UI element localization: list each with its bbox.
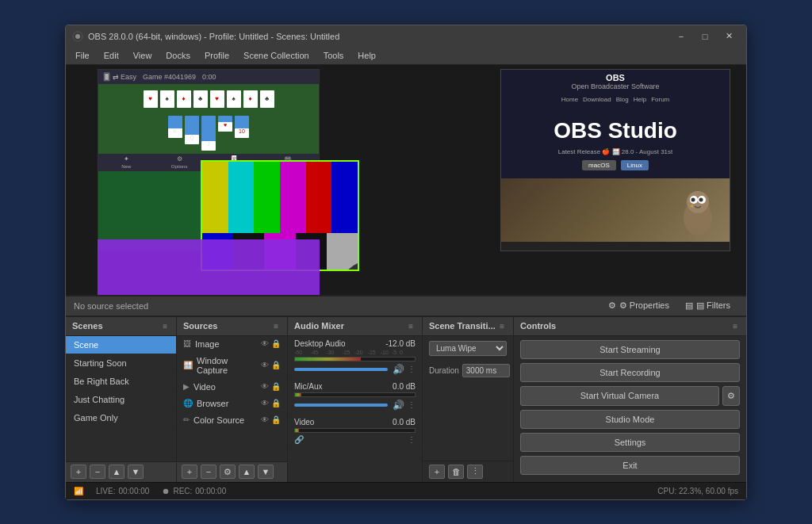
- transitions-add-button[interactable]: +: [429, 465, 445, 479]
- audio-video-meter: [294, 428, 416, 433]
- settings-button[interactable]: Settings: [520, 433, 740, 452]
- sources-up-button[interactable]: ▲: [239, 465, 255, 479]
- scenes-add-button[interactable]: +: [71, 465, 86, 479]
- virtual-camera-settings-icon[interactable]: ⚙: [722, 386, 740, 406]
- maximize-button[interactable]: □: [694, 29, 716, 44]
- obs-website-layer: OBS Open Broadcaster Software Home Downl…: [500, 69, 730, 251]
- transition-type-select[interactable]: Luma Wipe Cut Fade Swipe: [429, 341, 507, 356]
- colorbar-bottom-grey: [327, 233, 358, 269]
- nav-download: Download: [583, 96, 611, 103]
- minimize-button[interactable]: −: [670, 29, 692, 44]
- start-recording-button[interactable]: Start Recording: [520, 363, 740, 382]
- scene-item-game-only[interactable]: Game Only: [66, 409, 176, 427]
- scenes-up-button[interactable]: ▲: [109, 465, 124, 479]
- colorbar-red: [306, 162, 332, 234]
- audio-desktop-db: -12.0 dB: [385, 339, 416, 348]
- transition-duration-input[interactable]: [462, 364, 510, 377]
- menu-docks[interactable]: Docks: [159, 49, 197, 62]
- controls-config-icon[interactable]: ≡: [730, 321, 740, 331]
- menu-view[interactable]: View: [127, 49, 159, 62]
- exit-button[interactable]: Exit: [520, 456, 740, 475]
- source-browser-actions: 👁 🔒: [261, 399, 281, 407]
- source-browser-eye[interactable]: 👁: [261, 399, 269, 407]
- audio-desktop-name: Desktop Audio: [294, 339, 346, 348]
- source-color-lock[interactable]: 🔒: [271, 415, 281, 424]
- scene-item-scene[interactable]: Scene: [66, 336, 176, 354]
- colorbar-cyan: [228, 162, 255, 234]
- audio-mic-db: 0.0 dB: [393, 382, 416, 391]
- scene-item-be-right-back[interactable]: Be Right Back: [66, 373, 176, 391]
- source-color-eye[interactable]: 👁: [261, 415, 269, 424]
- status-fps: 📶: [74, 487, 83, 495]
- menu-scene-collection[interactable]: Scene Collection: [237, 49, 316, 62]
- window-title: OBS 28.0.0 (64-bit, windows) - Profile: …: [88, 32, 339, 41]
- source-item-window-capture: 🪟 Window Capture 👁 🔒: [177, 353, 287, 379]
- scene-item-just-chatting[interactable]: Just Chatting: [66, 391, 176, 409]
- filters-button[interactable]: ▤ ▤ Filters: [677, 299, 738, 312]
- start-streaming-button[interactable]: Start Streaming: [520, 340, 740, 359]
- sources-header-icons: ≡: [271, 321, 281, 331]
- transition-duration-row: Duration: [429, 364, 507, 377]
- properties-button[interactable]: ⚙ ⚙ Properties: [600, 299, 677, 312]
- sources-remove-button[interactable]: −: [201, 465, 216, 479]
- audio-desktop-slider[interactable]: [294, 368, 388, 371]
- audio-mic-mute-icon[interactable]: 🔊: [393, 400, 404, 411]
- nav-help: Help: [634, 96, 646, 103]
- audio-config-icon[interactable]: ≡: [406, 321, 416, 331]
- solitaire-time: 0:00: [202, 73, 216, 81]
- website-nav: Home Download Blog Help Forum: [501, 94, 730, 105]
- transitions-title: Scene Transiti...: [429, 321, 496, 331]
- source-video-eye[interactable]: 👁: [261, 382, 269, 391]
- audio-video-options-icon[interactable]: ⋮: [408, 435, 416, 444]
- menu-tools[interactable]: Tools: [317, 49, 350, 62]
- audio-video-link-icon[interactable]: 🔗: [294, 435, 304, 444]
- scene-item-starting-soon[interactable]: Starting Soon: [66, 354, 176, 373]
- scenes-down-button[interactable]: ▼: [128, 465, 144, 479]
- audio-desktop-options-icon[interactable]: ⋮: [408, 365, 416, 373]
- menu-edit[interactable]: Edit: [98, 49, 125, 62]
- scenes-list: Scene Starting Soon Be Right Back Just C…: [66, 336, 176, 461]
- sources-config-icon[interactable]: ≡: [271, 321, 281, 331]
- close-button[interactable]: ✕: [718, 29, 740, 44]
- audio-video-meter-fill: [295, 429, 299, 432]
- website-btn-row: macOS Linux: [506, 157, 725, 174]
- audio-desktop-mute-icon[interactable]: 🔊: [393, 364, 404, 375]
- menu-help[interactable]: Help: [351, 49, 382, 62]
- colorbar-magenta: [280, 162, 306, 234]
- scenes-panel-header: Scenes ≡: [66, 317, 176, 336]
- source-window-eye[interactable]: 👁: [261, 361, 269, 369]
- sources-add-button[interactable]: +: [182, 465, 197, 479]
- transitions-remove-button[interactable]: 🗑: [448, 465, 464, 479]
- source-image-eye[interactable]: 👁: [261, 339, 269, 348]
- bottom-panels: Scenes ≡ Scene Starting Soon Be Right Ba…: [66, 317, 746, 499]
- audio-mic-options-icon[interactable]: ⋮: [408, 400, 416, 409]
- studio-mode-button[interactable]: Studio Mode: [520, 410, 740, 429]
- sources-list: 🖼 Image 👁 🔒 🪟 Window Capture: [177, 336, 287, 461]
- source-image-lock[interactable]: 🔒: [271, 339, 281, 348]
- source-window-lock[interactable]: 🔒: [271, 361, 281, 369]
- transitions-options-button[interactable]: ⋮: [467, 465, 483, 479]
- sources-panel: Sources ≡ 🖼 Image 👁 🔒: [177, 317, 288, 482]
- audio-desktop-meter-labels: -60 -45 -30 -25 -20 -15 -10 -5 0: [294, 350, 416, 355]
- source-video-lock[interactable]: 🔒: [271, 382, 281, 391]
- menu-file[interactable]: File: [69, 49, 96, 62]
- audio-desktop-meter: [294, 357, 416, 361]
- sources-down-button[interactable]: ▼: [258, 465, 274, 479]
- audio-video-channel: Video 0.0 dB 🔗 ⋮: [288, 415, 422, 448]
- audio-mic-meter-fill: [295, 393, 301, 396]
- source-browser-lock[interactable]: 🔒: [271, 399, 281, 407]
- scenes-remove-button[interactable]: −: [90, 465, 105, 479]
- menu-profile[interactable]: Profile: [198, 49, 236, 62]
- transitions-content: Luma Wipe Cut Fade Swipe Duration: [423, 336, 513, 461]
- start-virtual-camera-button[interactable]: Start Virtual Camera: [520, 386, 719, 406]
- controls-panel-header: Controls ≡: [514, 317, 746, 336]
- audio-mic-slider[interactable]: [294, 404, 388, 407]
- transitions-config-icon[interactable]: ≡: [497, 321, 507, 331]
- preview-content: 🂠 ⇄ Easy Game #4041969 0:00 ♥ ♠ ♦ ♣ ♥ ♠ …: [66, 65, 746, 295]
- obs-logo-icon: [349, 269, 359, 271]
- source-color-actions: 👁 🔒: [261, 415, 281, 424]
- status-bar: 📶 LIVE: 00:00:00 ⏺ REC: 00:00:00 CPU: 22…: [66, 482, 746, 499]
- sources-config-button[interactable]: ⚙: [220, 465, 236, 479]
- scenes-config-icon[interactable]: ≡: [160, 321, 170, 331]
- source-browser-label: Browser: [197, 399, 228, 408]
